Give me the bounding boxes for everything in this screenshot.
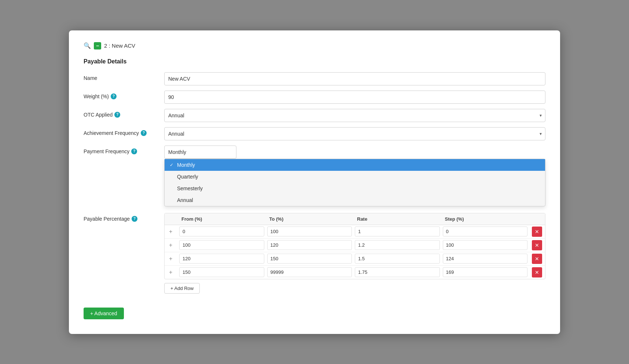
minus-badge: −	[94, 42, 101, 49]
otc-help-icon[interactable]: ?	[114, 112, 120, 118]
table-row: + ✕	[165, 265, 545, 279]
payable-table-wrap: From (%) To (%) Rate Step (%) +	[164, 213, 545, 279]
rate-input-2[interactable]	[355, 240, 440, 250]
to-input-1[interactable]	[267, 227, 352, 236]
table-row: + ✕	[165, 252, 545, 265]
payable-label: Payable Percentage ?	[84, 212, 164, 222]
weight-row: Weight (%) ?	[84, 91, 545, 104]
dropdown-item-quarterly[interactable]: Quarterly	[165, 171, 545, 183]
weight-input[interactable]	[164, 91, 545, 104]
table-row: + ✕	[165, 238, 545, 252]
from-input-3[interactable]	[179, 254, 264, 264]
achievement-label: Achievement Frequency ?	[84, 127, 164, 136]
step-input-2[interactable]	[443, 240, 528, 250]
col-step: Step (%)	[441, 213, 529, 225]
from-input-1[interactable]	[179, 227, 264, 236]
delete-btn-4[interactable]: ✕	[532, 267, 542, 277]
to-input-3[interactable]	[267, 254, 352, 264]
to-input-2[interactable]	[267, 240, 352, 250]
name-input[interactable]	[164, 72, 545, 85]
payable-help-icon[interactable]: ?	[132, 216, 137, 222]
achievement-select[interactable]: Annual Monthly Quarterly	[164, 127, 545, 140]
payable-row: Payable Percentage ? From (%) To (%) Rat…	[84, 212, 545, 294]
payable-table: From (%) To (%) Rate Step (%) +	[165, 213, 545, 279]
form-area: Name Weight (%) ? OTC Applied ? Annual M…	[84, 72, 545, 299]
row-add-icon-1[interactable]: +	[166, 227, 175, 236]
advanced-button[interactable]: + Advanced	[84, 308, 124, 319]
name-row: Name	[84, 72, 545, 85]
achievement-select-wrap: Annual Monthly Quarterly ▾	[164, 127, 545, 140]
delete-btn-1[interactable]: ✕	[532, 227, 542, 237]
payment-dropdown: ✓ Monthly Quarterly Semesterly Annual	[164, 159, 545, 206]
delete-btn-2[interactable]: ✕	[532, 240, 542, 250]
row-add-icon-4[interactable]: +	[166, 268, 175, 277]
rate-input-1[interactable]	[355, 227, 440, 236]
dropdown-item-annual[interactable]: Annual	[165, 194, 545, 206]
otc-select-wrap: Annual Monthly Quarterly ▾	[164, 109, 545, 122]
main-window: 🔍 − 2 : New ACV Payable Details Name Wei…	[69, 30, 560, 334]
col-rate: Rate	[353, 213, 441, 225]
achievement-row: Achievement Frequency ? Annual Monthly Q…	[84, 127, 545, 140]
to-input-4[interactable]	[267, 267, 352, 277]
achievement-help-icon[interactable]: ?	[141, 130, 147, 136]
payment-select-wrap	[164, 146, 545, 159]
from-input-4[interactable]	[179, 267, 264, 277]
payment-label: Payment Frequency ?	[84, 146, 164, 154]
table-row: + ✕	[165, 225, 545, 238]
step-input-4[interactable]	[443, 267, 528, 277]
name-label: Name	[84, 72, 164, 81]
step-input-1[interactable]	[443, 227, 528, 236]
search-icon: 🔍	[84, 42, 91, 49]
col-to: To (%)	[266, 213, 354, 225]
step-input-3[interactable]	[443, 254, 528, 264]
col-from: From (%)	[178, 213, 266, 225]
check-icon: ✓	[170, 162, 175, 168]
payment-display[interactable]	[164, 146, 236, 159]
section-title: Payable Details	[84, 58, 545, 65]
otc-row: OTC Applied ? Annual Monthly Quarterly ▾	[84, 109, 545, 122]
payable-table-area: From (%) To (%) Rate Step (%) +	[164, 212, 545, 294]
weight-label: Weight (%) ?	[84, 91, 164, 99]
weight-help-icon[interactable]: ?	[111, 93, 117, 99]
dropdown-item-semesterly[interactable]: Semesterly	[165, 183, 545, 194]
otc-label: OTC Applied ?	[84, 109, 164, 118]
dropdown-item-monthly[interactable]: ✓ Monthly	[165, 159, 545, 171]
rate-input-3[interactable]	[355, 254, 440, 264]
add-row-button[interactable]: + Add Row	[164, 283, 200, 294]
header-bar: 🔍 − 2 : New ACV	[84, 42, 545, 49]
payment-help-icon[interactable]: ?	[131, 148, 137, 154]
row-add-icon-3[interactable]: +	[166, 254, 175, 264]
rate-input-4[interactable]	[355, 267, 440, 277]
col-delete	[529, 213, 545, 225]
row-add-icon-2[interactable]: +	[166, 240, 175, 250]
otc-select[interactable]: Annual Monthly Quarterly	[164, 109, 545, 122]
col-add	[165, 213, 178, 225]
header-title: 2 : New ACV	[104, 43, 135, 49]
delete-btn-3[interactable]: ✕	[532, 254, 542, 264]
from-input-2[interactable]	[179, 240, 264, 250]
payment-row: Payment Frequency ?	[84, 146, 545, 159]
